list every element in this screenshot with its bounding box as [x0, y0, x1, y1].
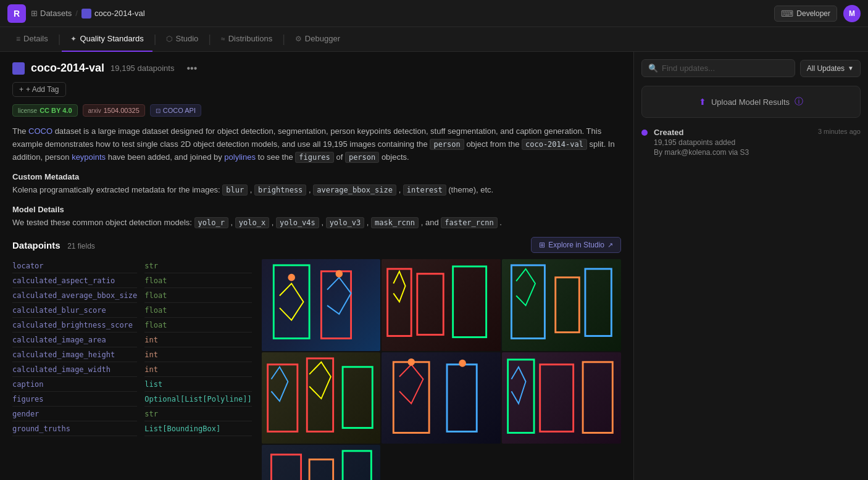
svg-rect-10: [267, 364, 297, 431]
field-type-image-height: int: [144, 348, 251, 362]
coco-link[interactable]: COCO: [28, 126, 52, 136]
field-type-image-area: int: [144, 333, 251, 347]
field-type-blur: float: [144, 304, 251, 318]
activity-content: Created 19,195 datapoints added By mark@…: [654, 128, 812, 157]
studio-icon: ⬡: [166, 35, 172, 43]
model-details-text: We tested these common object detection …: [12, 217, 621, 229]
field-avg-bbox: calculated_average_bbox_size: [12, 289, 137, 303]
field-type-ground-truths: List[BoundingBox]: [144, 422, 251, 436]
avatar[interactable]: M: [843, 5, 861, 22]
field-blur: calculated_blur_score: [12, 304, 137, 318]
field-type-aspect-ratio: float: [144, 274, 251, 288]
explore-studio-button[interactable]: ⊞ Explore in Studio ↗: [531, 237, 621, 253]
nav-right: ⌨ Developer M: [774, 5, 861, 22]
dataset-image-6: [502, 352, 621, 444]
description-block: The COCO dataset is a large image datase…: [12, 125, 621, 163]
field-type-avg-bbox: float: [144, 289, 251, 303]
upload-icon: ⬆: [699, 97, 706, 107]
upload-model-card[interactable]: ⬆ Upload Model Results ⓘ: [641, 86, 861, 118]
field-gender: gender: [12, 407, 137, 421]
activity-item: Created 19,195 datapoints added By mark@…: [641, 128, 861, 157]
top-nav: R ⊞ Datasets / coco-2014-val ⌨ Developer…: [0, 0, 868, 27]
svg-rect-22: [343, 451, 371, 480]
activity-detail-line1: 19,195 datapoints added: [654, 138, 812, 147]
activity-time: 3 minutes ago: [818, 128, 861, 157]
tags-row: license CC BY 4.0 arxiv 1504.00325 ⊡ COC…: [12, 104, 621, 117]
dataset-image-3: [502, 259, 621, 350]
svg-point-15: [408, 358, 415, 366]
tab-distributions[interactable]: ≈ Distributions: [212, 27, 281, 52]
svg-rect-18: [540, 364, 574, 431]
right-panel: 🔍 All Updates ▼ ⬆ Upload Model Results ⓘ…: [633, 52, 868, 480]
polylines-link[interactable]: polylines: [224, 152, 256, 162]
dataset-image-1: [262, 259, 381, 350]
dataset-count: 19,195 datapoints: [111, 64, 174, 73]
quality-icon: ✦: [70, 35, 77, 43]
dataset-header: coco-2014-val 19,195 datapoints •••: [12, 62, 621, 75]
custom-metadata-text: Kolena programatically extracted metadat…: [12, 184, 621, 196]
plus-icon: +: [19, 85, 23, 94]
custom-metadata-section: Custom Metadata Kolena programatically e…: [12, 172, 621, 196]
datasets-nav-link[interactable]: ⊞ Datasets: [31, 9, 72, 18]
svg-rect-11: [307, 358, 333, 432]
explore-icon: ⊞: [539, 241, 545, 249]
field-image-height: calculated_image_height: [12, 348, 137, 362]
coco-api-tag[interactable]: ⊡ COCO API: [150, 104, 201, 117]
datapoints-title: Datapoints: [12, 240, 61, 250]
details-icon: ≡: [16, 35, 20, 43]
field-type-locator: str: [144, 259, 251, 273]
activity-dot: [641, 130, 648, 136]
code-icon: ⌨: [781, 9, 793, 19]
dataset-title-icon: [12, 62, 25, 75]
main-layout: coco-2014-val 19,195 datapoints ••• + + …: [0, 52, 868, 480]
more-options-button[interactable]: •••: [184, 63, 199, 74]
keypoints-link[interactable]: keypoints: [72, 152, 106, 162]
tab-debugger[interactable]: ⚙ Debugger: [286, 27, 349, 52]
model-details-section: Model Details We tested these common obj…: [12, 205, 621, 229]
app-logo[interactable]: R: [7, 4, 26, 23]
datapoints-section: Datapoints 21 fields ⊞ Explore in Studio…: [12, 237, 621, 480]
chevron-down-icon: ▼: [848, 65, 854, 72]
svg-rect-5: [417, 274, 443, 335]
dataset-image-4: [262, 352, 381, 444]
fields-list: locator str calculated_aspect_ratio floa…: [12, 259, 252, 480]
arxiv-tag[interactable]: arxiv 1504.00325: [83, 104, 145, 117]
tab-studio[interactable]: ⬡ Studio: [157, 27, 207, 52]
activity-title: Created: [654, 128, 812, 137]
dataset-title: coco-2014-val: [31, 62, 104, 75]
search-bar: 🔍: [641, 59, 795, 77]
debugger-icon: ⚙: [295, 35, 302, 43]
breadcrumb: ⊞ Datasets / coco-2014-val: [31, 9, 145, 19]
field-brightness: calculated_brightness_score: [12, 318, 137, 333]
svg-rect-14: [447, 364, 477, 431]
distributions-icon: ≈: [221, 35, 225, 43]
coco-icon: ⊡: [156, 107, 161, 114]
developer-button[interactable]: ⌨ Developer: [774, 6, 837, 22]
dataset-image-5: [382, 352, 501, 444]
svg-point-3: [335, 270, 343, 278]
search-icon: 🔍: [648, 64, 658, 73]
activity-detail-line2: By mark@kolena.com via S3: [654, 148, 812, 157]
datapoints-main: locator str calculated_aspect_ratio floa…: [12, 259, 621, 480]
field-image-width: calculated_image_width: [12, 363, 137, 377]
svg-rect-21: [309, 460, 333, 480]
field-type-caption: list: [144, 378, 251, 392]
add-tag-button[interactable]: + + Add Tag: [12, 82, 66, 97]
info-icon: ⓘ: [795, 96, 803, 107]
search-input[interactable]: [662, 64, 788, 73]
field-figures: figures: [12, 392, 137, 407]
license-tag[interactable]: license CC BY 4.0: [12, 104, 78, 117]
datapoints-header: Datapoints 21 fields ⊞ Explore in Studio…: [12, 237, 621, 253]
svg-point-16: [459, 360, 467, 367]
search-row: 🔍 All Updates ▼: [641, 59, 861, 77]
field-image-area: calculated_image_area: [12, 333, 137, 347]
dataset-nav-item: coco-2014-val: [81, 9, 145, 19]
field-aspect-ratio: calculated_aspect_ratio: [12, 274, 137, 288]
field-caption: caption: [12, 378, 137, 392]
all-updates-button[interactable]: All Updates ▼: [800, 60, 861, 77]
field-type-image-width: int: [144, 363, 251, 377]
tab-details[interactable]: ≡ Details: [7, 27, 57, 52]
svg-rect-20: [271, 455, 301, 480]
tab-quality-standards[interactable]: ✦ Quality Standards: [62, 27, 152, 52]
svg-rect-9: [585, 269, 611, 336]
